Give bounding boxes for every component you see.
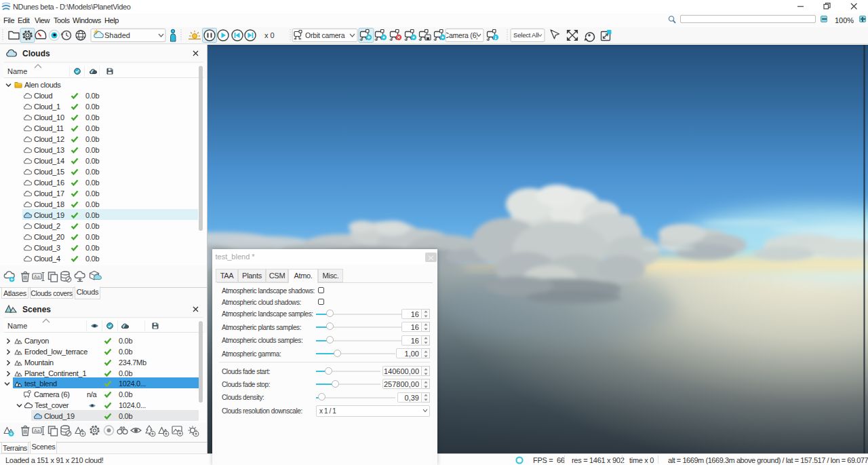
svg-text:Orbit camera: Orbit camera (305, 31, 345, 39)
svg-text:Camera (6): Camera (6) (444, 31, 479, 39)
svg-text:Shaded: Shaded (104, 31, 130, 39)
svg-text:Aa: Aa (34, 428, 40, 433)
svg-text:Select All: Select All (513, 31, 538, 39)
svg-text:Aa: Aa (34, 274, 40, 279)
svg-text:x 0: x 0 (264, 31, 275, 39)
